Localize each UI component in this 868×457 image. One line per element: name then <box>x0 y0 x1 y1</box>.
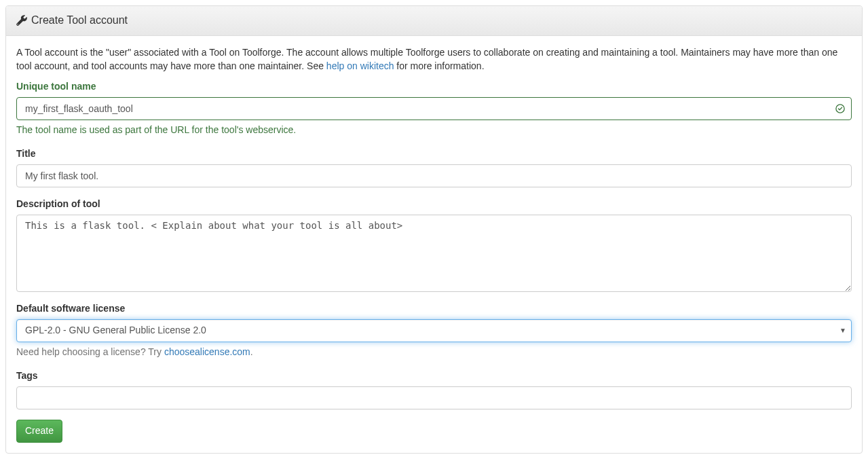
description-textarea[interactable]: This is a flask tool. < Explain about wh… <box>16 215 852 292</box>
choosealicense-link[interactable]: choosealicense.com <box>164 346 250 357</box>
wrench-icon <box>16 15 27 26</box>
help-wikitech-link[interactable]: help on wikitech <box>326 60 394 71</box>
license-group: Default software license GPL-2.0 - GNU G… <box>16 302 852 359</box>
description-group: Description of tool This is a flask tool… <box>16 198 852 292</box>
license-select-wrap: GPL-2.0 - GNU General Public License 2.0… <box>16 319 852 342</box>
tool-name-group: Unique tool name The tool name is used a… <box>16 80 852 137</box>
panel-heading: Create Tool account <box>6 6 862 36</box>
tags-input[interactable] <box>16 386 852 409</box>
tool-name-input[interactable] <box>16 97 852 120</box>
intro-text-after: for more information. <box>396 60 484 71</box>
title-label: Title <box>16 147 36 161</box>
tags-label: Tags <box>16 369 38 383</box>
tags-group: Tags <box>16 369 852 409</box>
intro-paragraph: A Tool account is the "user" associated … <box>16 46 852 73</box>
title-group: Title <box>16 147 852 187</box>
create-button[interactable]: Create <box>16 420 62 443</box>
tool-name-input-wrap <box>16 97 852 120</box>
license-label: Default software license <box>16 302 125 316</box>
license-help: Need help choosing a license? Try choose… <box>16 346 852 359</box>
panel-body: A Tool account is the "user" associated … <box>6 36 862 453</box>
license-help-before: Need help choosing a license? Try <box>16 346 164 357</box>
tool-name-help: The tool name is used as part of the URL… <box>16 124 852 137</box>
create-tool-panel: Create Tool account A Tool account is th… <box>5 5 863 454</box>
description-label: Description of tool <box>16 198 100 211</box>
license-help-after: . <box>250 346 253 357</box>
license-select[interactable]: GPL-2.0 - GNU General Public License 2.0 <box>16 319 852 342</box>
tool-name-label: Unique tool name <box>16 80 96 94</box>
panel-title: Create Tool account <box>31 13 128 29</box>
title-input[interactable] <box>16 164 852 187</box>
